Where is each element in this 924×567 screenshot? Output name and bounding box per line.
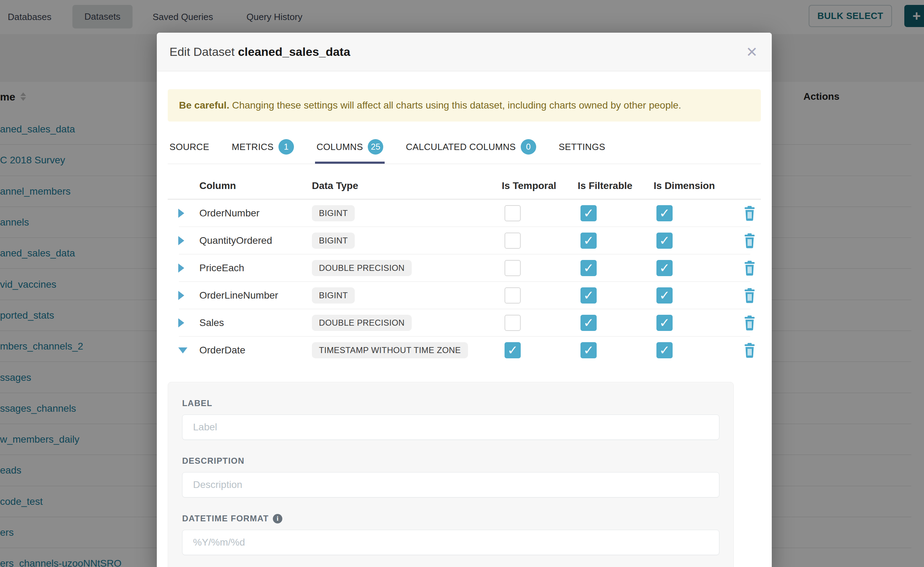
check-icon: ✓ (659, 207, 670, 220)
datetime-heading-text: DATETIME FORMAT (182, 514, 269, 524)
column-detail-panel: LABEL DESCRIPTION DATETIME FORMAT i (168, 382, 734, 567)
columns-table: Column Data Type Is Temporal Is Filterab… (168, 173, 761, 364)
modal-title: Edit Dataset cleaned_sales_data (170, 45, 350, 58)
modal-tabs: SOURCE METRICS 1 COLUMNS 25 CALCULATED C… (168, 137, 761, 164)
table-row: PriceEach DOUBLE PRECISION ✓ ✓ ✓ (168, 254, 761, 282)
modal-title-prefix: Edit Dataset (170, 45, 235, 58)
check-icon: ✓ (583, 234, 594, 247)
description-input[interactable] (182, 472, 719, 498)
datetime-format-field-heading: DATETIME FORMAT i (182, 514, 719, 524)
is-dimension-checkbox[interactable]: ✓ (656, 287, 673, 303)
data-type-header: Data Type (312, 180, 502, 192)
expand-caret-icon[interactable] (178, 291, 184, 300)
table-row: OrderNumber BIGINT ✓ ✓ ✓ (168, 200, 761, 227)
tab-label: COLUMNS (316, 142, 363, 153)
is-filterable-checkbox[interactable]: ✓ (581, 315, 597, 331)
column-name: PriceEach (199, 262, 312, 274)
tab-label: METRICS (232, 142, 274, 153)
check-icon: ✓ (659, 234, 670, 247)
is-dimension-header: Is Dimension (654, 180, 730, 192)
tab-source[interactable]: SOURCE (168, 137, 211, 164)
tab-settings[interactable]: SETTINGS (557, 137, 606, 164)
check-icon: ✓ (507, 344, 518, 357)
tab-count-badge: 25 (368, 139, 383, 154)
column-name: OrderNumber (199, 208, 312, 219)
is-temporal-header: Is Temporal (502, 180, 578, 192)
is-filterable-header: Is Filterable (578, 180, 654, 192)
delete-icon[interactable] (743, 342, 757, 358)
column-name: Sales (199, 317, 312, 328)
data-type-chip: BIGINT (312, 205, 355, 221)
delete-icon[interactable] (743, 206, 757, 221)
warning-banner: Be careful. Changing these settings will… (168, 89, 761, 122)
is-filterable-checkbox[interactable]: ✓ (581, 287, 597, 303)
delete-icon[interactable] (743, 260, 757, 276)
expand-caret-icon[interactable] (178, 264, 184, 273)
label-field-heading: LABEL (182, 398, 719, 408)
data-type-chip: DOUBLE PRECISION (312, 315, 412, 331)
is-dimension-checkbox[interactable]: ✓ (656, 315, 673, 331)
is-filterable-checkbox[interactable]: ✓ (581, 205, 597, 221)
warning-text: Changing these settings will affect all … (229, 100, 681, 111)
data-type-chip: DOUBLE PRECISION (312, 260, 412, 276)
label-input[interactable] (182, 414, 719, 440)
modal-title-dataset-name: cleaned_sales_data (238, 45, 350, 58)
tab-columns[interactable]: COLUMNS 25 (315, 137, 385, 164)
is-temporal-checkbox[interactable]: ✓ (504, 342, 521, 358)
tab-label: SETTINGS (559, 142, 605, 153)
info-icon[interactable]: i (273, 514, 282, 524)
collapse-caret-icon[interactable] (178, 347, 187, 353)
data-type-chip: TIMESTAMP WITHOUT TIME ZONE (312, 342, 468, 358)
check-icon: ✓ (583, 289, 594, 302)
tab-count-badge: 1 (278, 139, 294, 154)
is-filterable-checkbox[interactable]: ✓ (581, 260, 597, 276)
is-filterable-checkbox[interactable]: ✓ (581, 342, 597, 358)
datetime-format-input[interactable] (182, 530, 719, 555)
check-icon: ✓ (659, 316, 670, 329)
check-icon: ✓ (583, 262, 594, 274)
is-temporal-checkbox[interactable]: ✓ (504, 315, 521, 331)
tab-metrics[interactable]: METRICS 1 (230, 137, 295, 164)
close-icon[interactable]: ✕ (746, 45, 758, 59)
is-dimension-checkbox[interactable]: ✓ (656, 260, 673, 276)
check-icon: ✓ (583, 316, 594, 329)
tab-count-badge: 0 (521, 139, 536, 154)
description-heading-text: DESCRIPTION (182, 456, 244, 466)
data-type-chip: BIGINT (312, 287, 355, 303)
table-row: OrderLineNumber BIGINT ✓ ✓ ✓ (168, 282, 761, 309)
expand-caret-icon[interactable] (178, 236, 184, 245)
delete-icon[interactable] (743, 288, 757, 303)
is-filterable-checkbox[interactable]: ✓ (581, 232, 597, 249)
modal-header: Edit Dataset cleaned_sales_data ✕ (157, 33, 772, 71)
delete-icon[interactable] (743, 233, 757, 248)
label-heading-text: LABEL (182, 398, 212, 408)
is-temporal-checkbox[interactable]: ✓ (504, 287, 521, 303)
is-dimension-checkbox[interactable]: ✓ (656, 342, 673, 358)
data-type-chip: BIGINT (312, 232, 355, 249)
tab-calculated-columns[interactable]: CALCULATED COLUMNS 0 (404, 137, 537, 164)
check-icon: ✓ (659, 289, 670, 302)
edit-dataset-modal: Edit Dataset cleaned_sales_data ✕ Be car… (157, 33, 772, 567)
expand-caret-icon[interactable] (178, 208, 184, 218)
warning-bold-text: Be careful. (179, 100, 229, 111)
column-header: Column (199, 180, 312, 192)
column-name: OrderDate (199, 345, 312, 356)
tab-label: CALCULATED COLUMNS (406, 142, 516, 153)
description-field-heading: DESCRIPTION (182, 456, 719, 466)
columns-table-header: Column Data Type Is Temporal Is Filterab… (168, 173, 761, 200)
table-row: QuantityOrdered BIGINT ✓ ✓ ✓ (168, 227, 761, 254)
check-icon: ✓ (659, 262, 670, 274)
is-temporal-checkbox[interactable]: ✓ (504, 260, 521, 276)
modal-body: Be careful. Changing these settings will… (157, 89, 772, 567)
is-temporal-checkbox[interactable]: ✓ (504, 232, 521, 249)
tab-label: SOURCE (170, 142, 209, 153)
check-icon: ✓ (583, 207, 594, 220)
table-row: OrderDate TIMESTAMP WITHOUT TIME ZONE ✓ … (168, 336, 761, 364)
expand-caret-icon[interactable] (178, 318, 184, 327)
is-temporal-checkbox[interactable]: ✓ (504, 205, 521, 221)
is-dimension-checkbox[interactable]: ✓ (656, 205, 673, 221)
check-icon: ✓ (659, 344, 670, 357)
is-dimension-checkbox[interactable]: ✓ (656, 232, 673, 249)
column-name: QuantityOrdered (199, 235, 312, 246)
delete-icon[interactable] (743, 315, 757, 331)
